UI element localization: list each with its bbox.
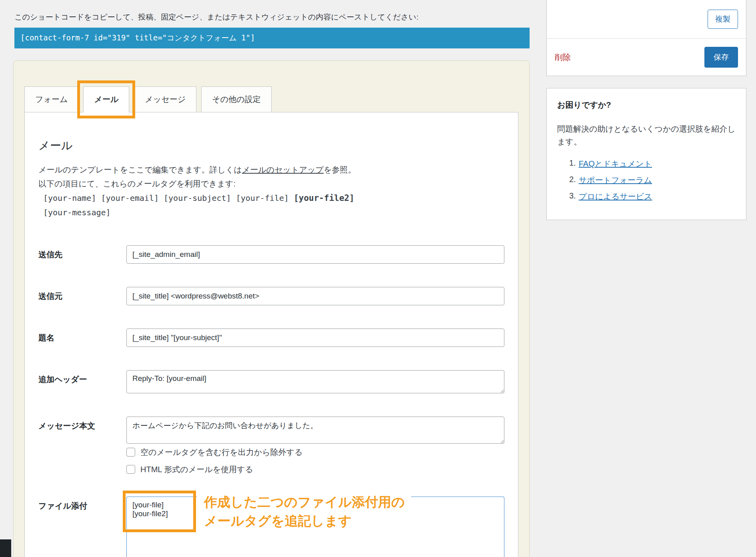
exclude-blank-checkbox[interactable]	[126, 448, 135, 457]
mail-tab-panel: メール メールのテンプレートをここで編集できます。詳しくはメールのセットアップを…	[24, 112, 518, 557]
additional-headers-textarea[interactable]: Reply-To: [your-email]	[126, 370, 504, 393]
exclude-blank-label: 空のメールタグを含む行を出力から除外する	[140, 447, 303, 458]
mail-tags-note: 以下の項目にて、これらのメールタグを利用できます:	[38, 177, 504, 191]
message-body-textarea[interactable]: ホームページから下記のお問い合わせがありました。	[126, 417, 504, 444]
help-box: お困りですか? 問題解決の助けとなるいくつかの選択肢を紹介します。 1. FAQ…	[546, 88, 746, 220]
additional-headers-label: 追加ヘッダー	[38, 370, 126, 393]
mail-heading: メール	[38, 138, 504, 153]
mail-fields: 送信先 送信元 題名 追加ヘッダー Reply-T	[38, 245, 504, 557]
file-attachments-label: ファイル添付	[38, 497, 126, 557]
shortcode-instruction: このショートコードをコピーして、投稿、固定ページ、またはテキストウィジェットの内…	[14, 12, 530, 22]
mail-setup-link[interactable]: メールのセットアップ	[242, 165, 324, 174]
faq-docs-link[interactable]: FAQとドキュメント	[579, 158, 652, 169]
shortcode-value[interactable]: [contact-form-7 id="319" title="コンタクトフォー…	[14, 28, 530, 48]
subject-label: 題名	[38, 329, 126, 347]
use-html-option: HTML 形式のメールを使用する	[126, 464, 504, 475]
message-body-label: メッセージ本文	[38, 417, 126, 444]
help-item-number: 1.	[569, 158, 576, 169]
sidebar-column: 複製 削除 保存 お困りですか? 問題解決の助けとなるいくつかの選択肢を紹介しま…	[546, 0, 746, 220]
field-row-message-body: メッセージ本文 ホームページから下記のお問い合わせがありました。	[38, 417, 504, 444]
contact-form-editor-panel: フォーム メール メッセージ その他の設定 メール メールのテンプレートをここで…	[13, 60, 530, 557]
mail-tags-line1: [your-name] [your-email] [your-subject] …	[38, 191, 504, 206]
recipient-input[interactable]	[126, 245, 504, 264]
mail-intro: メールのテンプレートをここで編集できます。詳しくはメールのセットアップを参照。	[38, 163, 504, 177]
mail-options: 空のメールタグを含む行を出力から除外する HTML 形式のメールを使用する	[126, 447, 504, 475]
duplicate-button[interactable]: 複製	[708, 10, 738, 29]
use-html-label: HTML 形式のメールを使用する	[140, 464, 253, 475]
tab-messages[interactable]: メッセージ	[134, 86, 196, 112]
help-title: お困りですか?	[557, 100, 736, 110]
help-item-number: 2.	[569, 175, 576, 186]
delete-link[interactable]: 削除	[555, 52, 571, 63]
field-row-subject: 題名	[38, 329, 504, 347]
tab-form[interactable]: フォーム	[24, 86, 78, 112]
help-item-number: 3.	[569, 191, 576, 202]
tab-mail[interactable]: メール	[83, 86, 129, 112]
help-item-faq: 1. FAQとドキュメント	[569, 158, 736, 169]
mail-intro-after: を参照。	[324, 165, 356, 174]
mail-intro-before: メールのテンプレートをここで編集できます。詳しくは	[38, 165, 242, 174]
save-button[interactable]: 保存	[704, 47, 738, 68]
admin-menu-corner	[0, 539, 11, 557]
main-column: このショートコードをコピーして、投稿、固定ページ、またはテキストウィジェットの内…	[14, 0, 530, 48]
editor-tabs: フォーム メール メッセージ その他の設定	[24, 86, 518, 112]
help-item-pro: 3. プロによるサービス	[569, 191, 736, 202]
mail-tag-your-file2: [your-file2]	[294, 193, 354, 203]
subject-input[interactable]	[126, 329, 504, 347]
recipient-label: 送信先	[38, 245, 126, 264]
annotation-note: 作成した二つのファイル添付用の メールタグを追記します	[197, 489, 411, 535]
exclude-blank-option: 空のメールタグを含む行を出力から除外する	[126, 447, 504, 458]
mail-tags-normal: [your-name] [your-email] [your-subject] …	[43, 193, 294, 203]
use-html-checkbox[interactable]	[126, 465, 135, 474]
mail-tags-line2: [your-message]	[38, 206, 504, 220]
annotation-line1: 作成した二つのファイル添付用の	[204, 493, 405, 512]
field-row-additional-headers: 追加ヘッダー Reply-To: [your-email]	[38, 370, 504, 393]
status-box: 複製 削除 保存	[546, 0, 746, 76]
annotation-line2: メールタグを追記します	[204, 512, 405, 531]
sender-label: 送信元	[38, 287, 126, 305]
help-description: 問題解決の助けとなるいくつかの選択肢を紹介します。	[557, 122, 736, 148]
tab-additional-settings[interactable]: その他の設定	[201, 86, 271, 112]
field-row-file-attachments: ファイル添付 [your-file] [your-file2] 作成した二つのフ…	[38, 497, 504, 557]
field-row-recipient: 送信先	[38, 245, 504, 264]
sender-input[interactable]	[126, 287, 504, 305]
help-item-forum: 2. サポートフォーラム	[569, 175, 736, 186]
pro-services-link[interactable]: プロによるサービス	[579, 191, 652, 202]
support-forum-link[interactable]: サポートフォーラム	[579, 175, 652, 186]
field-row-sender: 送信元	[38, 287, 504, 305]
